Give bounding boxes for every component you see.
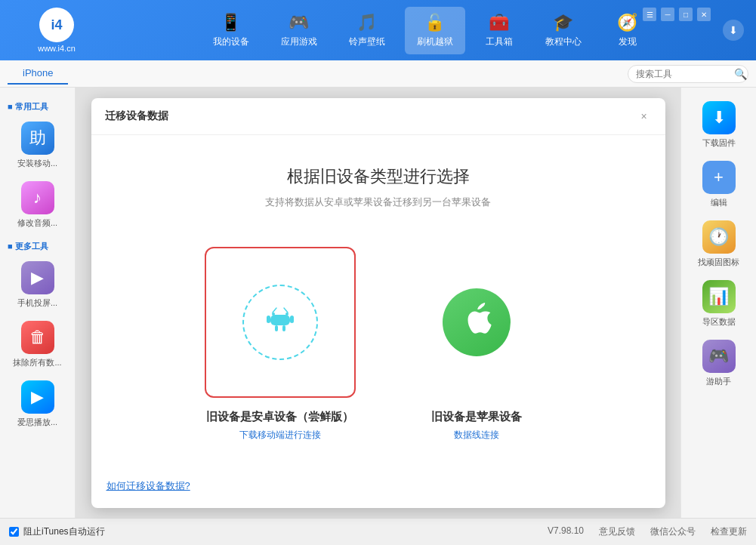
sidebar-item-player[interactable]: ▶ 爱思播放... xyxy=(0,374,75,434)
feedback-link[interactable]: 意见反馈 xyxy=(599,525,635,538)
discover-icon: 🧭 xyxy=(617,13,637,32)
svg-rect-4 xyxy=(290,316,294,323)
modify-audio-label: 修改音频... xyxy=(17,217,57,229)
game-helper-label: 游助手 xyxy=(706,376,731,387)
check-update-link[interactable]: 检查更新 xyxy=(711,525,747,538)
modal-footer: 如何迁移设备数据? xyxy=(91,472,665,508)
sidebar-item-erase-data[interactable]: 🗑 抹除所有数... xyxy=(0,315,75,374)
window-menu-btn[interactable]: ☰ xyxy=(643,8,656,21)
search-icon[interactable]: 🔍 xyxy=(734,68,747,80)
search-input[interactable] xyxy=(636,69,734,79)
android-robot-icon xyxy=(262,300,298,344)
modal-migrate: 迁移设备数据 × 根据旧设备类型进行选择 支持将数据从安卓或苹果设备迁移到另一台… xyxy=(91,98,665,508)
itunes-checkbox[interactable] xyxy=(9,527,19,537)
modal-main-title: 根据旧设备类型进行选择 xyxy=(287,165,470,188)
download-firmware-label: 下载固件 xyxy=(702,137,736,149)
window-close-btn[interactable]: ✕ xyxy=(697,8,711,21)
window-maximize-btn[interactable]: □ xyxy=(679,8,693,21)
ringtones-label: 铃声壁纸 xyxy=(349,35,385,48)
logo-area: i4 www.i4.cn xyxy=(8,8,106,53)
svg-rect-3 xyxy=(267,316,270,323)
restore-icon-label: 找顽固图标 xyxy=(698,257,739,268)
svg-rect-5 xyxy=(275,325,278,331)
nav-ringtones[interactable]: 🎵 铃声壁纸 xyxy=(337,7,397,54)
sidebar-item-restore-icon[interactable]: 🕐 找顽固图标 xyxy=(681,214,756,274)
sidebar-item-download-firmware[interactable]: ⬇ 下载固件 xyxy=(681,95,756,155)
option-apple[interactable]: 旧设备是苹果设备 数据线连接 xyxy=(401,247,552,442)
apple-option-wrap xyxy=(401,247,552,398)
discover-label: 发现 xyxy=(619,35,637,48)
nav-apps-games[interactable]: 🎮 应用游戏 xyxy=(269,7,329,54)
android-option-wrap xyxy=(205,247,356,398)
jailbreak-icon: 🔓 xyxy=(424,13,445,32)
how-to-migrate-link[interactable]: 如何迁移设备数据? xyxy=(106,479,190,493)
apple-logo-icon xyxy=(459,301,494,343)
device-tab-iphone[interactable]: iPhone xyxy=(8,63,68,85)
restore-icon-icon: 🕐 xyxy=(702,220,736,254)
android-circle xyxy=(242,285,318,360)
install-app-icon: 助 xyxy=(21,122,54,155)
center-area: 迁移设备数据 × 根据旧设备类型进行选择 支持将数据从安卓或苹果设备迁移到另一台… xyxy=(76,88,680,518)
nav-tutorials[interactable]: 🎓 教程中心 xyxy=(533,7,594,54)
import-data-label: 导区数据 xyxy=(702,316,736,328)
toolbox-label: 工具箱 xyxy=(486,35,513,48)
itunes-checkbox-label: 阻止iTunes自动运行 xyxy=(23,525,105,538)
game-helper-icon: 🎮 xyxy=(702,340,736,373)
sidebar-item-phone-screen[interactable]: ▶ 手机投屏... xyxy=(0,255,75,315)
ringtones-icon: 🎵 xyxy=(356,13,377,32)
download-btn[interactable]: ⬇ xyxy=(723,20,744,41)
install-app-label: 安装移动... xyxy=(17,158,57,169)
topbar-window-controls: ☰ ─ □ ✕ xyxy=(643,8,711,21)
sidebar-item-game-helper[interactable]: 🎮 游助手 xyxy=(681,334,756,393)
bottom-right-info: V7.98.10 意见反馈 微信公众号 检查更新 xyxy=(548,525,747,538)
sidebar-item-install-app[interactable]: 助 安装移动... xyxy=(0,115,75,175)
apple-option-subtitle: 数据线连接 xyxy=(454,429,499,442)
bottom-bar: 阻止iTunes自动运行 V7.98.10 意见反馈 微信公众号 检查更新 xyxy=(0,518,756,545)
player-icon: ▶ xyxy=(21,380,54,414)
modal-overlay: 迁移设备数据 × 根据旧设备类型进行选择 支持将数据从安卓或苹果设备迁移到另一台… xyxy=(76,88,680,518)
nav-toolbox[interactable]: 🧰 工具箱 xyxy=(473,7,526,54)
phone-screen-label: 手机投屏... xyxy=(17,297,57,309)
my-device-icon: 📱 xyxy=(221,13,241,32)
modal-close-button[interactable]: × xyxy=(637,109,652,124)
download-firmware-icon: ⬇ xyxy=(702,101,736,134)
section-common-tools: ■ 常用工具 xyxy=(0,95,75,115)
nav-jailbreak[interactable]: 🔓 刷机越狱 xyxy=(405,7,465,54)
sidebar-item-import-data[interactable]: 📊 导区数据 xyxy=(681,274,756,334)
window-minimize-btn[interactable]: ─ xyxy=(661,8,674,21)
svg-line-7 xyxy=(273,308,276,313)
sidebar-item-edit[interactable]: + 编辑 xyxy=(681,155,756,214)
itunes-checkbox-area: 阻止iTunes自动运行 xyxy=(9,525,105,538)
main-content: ■ 常用工具 助 安装移动... ♪ 修改音频... ■ 更多工具 ▶ 手机投屏… xyxy=(0,88,756,518)
android-option-subtitle: 下载移动端进行连接 xyxy=(239,429,321,442)
nav-my-device[interactable]: 📱 我的设备 xyxy=(201,7,261,54)
toolbox-icon: 🧰 xyxy=(489,13,509,32)
modal-header: 迁移设备数据 × xyxy=(91,98,665,135)
apple-option-title: 旧设备是苹果设备 xyxy=(431,410,522,424)
erase-data-label: 抹除所有数... xyxy=(13,357,61,368)
wechat-link[interactable]: 微信公众号 xyxy=(650,525,696,538)
section-more-tools: ■ 更多工具 xyxy=(0,235,75,255)
apps-games-label: 应用游戏 xyxy=(281,35,317,48)
option-android[interactable]: 旧设备是安卓设备（尝鲜版） 下载移动端进行连接 xyxy=(205,247,356,442)
tutorials-label: 教程中心 xyxy=(545,35,582,48)
search-box: 🔍 xyxy=(628,65,748,83)
erase-data-icon: 🗑 xyxy=(21,321,54,354)
svg-rect-6 xyxy=(282,325,285,331)
edit-label: 编辑 xyxy=(711,197,727,208)
modal-body: 根据旧设备类型进行选择 支持将数据从安卓或苹果设备迁移到另一台苹果设备 xyxy=(91,135,665,472)
svg-rect-2 xyxy=(270,315,290,325)
import-data-icon: 📊 xyxy=(702,280,736,313)
modal-title: 迁移设备数据 xyxy=(105,109,168,123)
tutorials-icon: 🎓 xyxy=(553,13,573,32)
modal-options: 旧设备是安卓设备（尝鲜版） 下载移动端进行连接 xyxy=(205,247,552,442)
topbar: i4 www.i4.cn ☰ ─ □ ✕ 📱 我的设备 🎮 应用游戏 🎵 铃声壁… xyxy=(0,0,756,60)
jailbreak-label: 刷机越狱 xyxy=(417,35,453,48)
sidebar-item-modify-audio[interactable]: ♪ 修改音频... xyxy=(0,175,75,235)
phone-screen-icon: ▶ xyxy=(21,261,54,294)
my-device-label: 我的设备 xyxy=(213,35,249,48)
apps-games-icon: 🎮 xyxy=(289,13,309,32)
svg-line-8 xyxy=(284,308,288,313)
modify-audio-icon: ♪ xyxy=(21,181,54,214)
modal-subtitle: 支持将数据从安卓或苹果设备迁移到另一台苹果设备 xyxy=(265,196,491,209)
